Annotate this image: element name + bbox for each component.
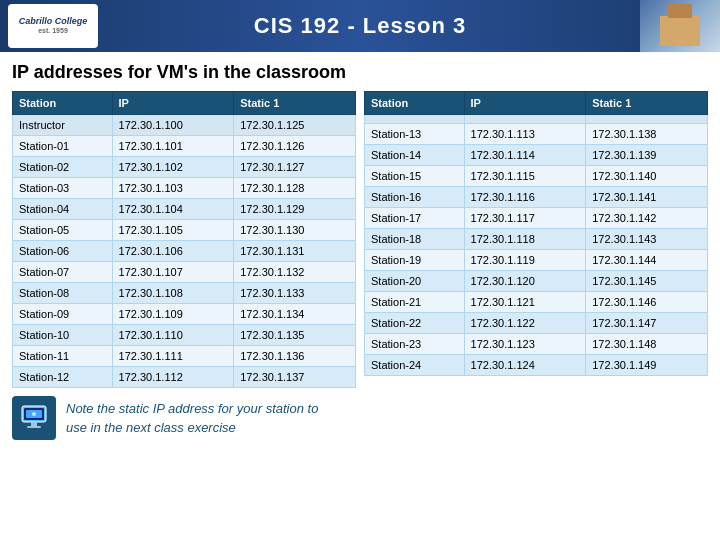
table-cell: 172.30.1.122 — [464, 313, 586, 334]
logo-name: Cabrillo College — [19, 16, 88, 27]
table-cell: 172.30.1.101 — [112, 136, 234, 157]
page-header: Cabrillo College est. 1959 CIS 192 - Les… — [0, 0, 720, 52]
table-row: Station-19172.30.1.119172.30.1.144 — [365, 250, 708, 271]
right-col-static: Static 1 — [586, 92, 708, 115]
left-table-container: Station IP Static 1 Instructor172.30.1.1… — [12, 91, 356, 388]
right-table-header-row: Station IP Static 1 — [365, 92, 708, 115]
table-cell: Station-21 — [365, 292, 465, 313]
table-cell: Station-13 — [365, 124, 465, 145]
table-row: Station-11172.30.1.111172.30.1.136 — [13, 346, 356, 367]
note-line1: Note the static IP address for your stat… — [66, 401, 318, 416]
left-table: Station IP Static 1 Instructor172.30.1.1… — [12, 91, 356, 388]
table-cell: 172.30.1.136 — [234, 346, 356, 367]
table-cell: 172.30.1.103 — [112, 178, 234, 199]
footer-note: Note the static IP address for your stat… — [12, 396, 708, 440]
table-row: Station-14172.30.1.114172.30.1.139 — [365, 145, 708, 166]
table-cell: 172.30.1.135 — [234, 325, 356, 346]
table-row: Station-06172.30.1.106172.30.1.131 — [13, 241, 356, 262]
left-col-station: Station — [13, 92, 113, 115]
table-cell: 172.30.1.102 — [112, 157, 234, 178]
page-title: IP addresses for VM's in the classroom — [12, 62, 708, 83]
table-cell: Station-08 — [13, 283, 113, 304]
svg-point-5 — [32, 412, 36, 416]
table-cell: 172.30.1.149 — [586, 355, 708, 376]
svg-rect-2 — [27, 426, 41, 428]
header-image — [640, 0, 720, 52]
table-row: Station-02172.30.1.102172.30.1.127 — [13, 157, 356, 178]
table-cell — [586, 115, 708, 124]
table-cell: Station-02 — [13, 157, 113, 178]
table-row: Station-08172.30.1.108172.30.1.133 — [13, 283, 356, 304]
college-logo: Cabrillo College est. 1959 — [8, 4, 98, 48]
station-icon-box — [12, 396, 56, 440]
table-row: Station-16172.30.1.116172.30.1.141 — [365, 187, 708, 208]
table-cell: 172.30.1.144 — [586, 250, 708, 271]
left-col-static: Static 1 — [234, 92, 356, 115]
table-cell: 172.30.1.137 — [234, 367, 356, 388]
table-cell: 172.30.1.117 — [464, 208, 586, 229]
right-table: Station IP Static 1 Station-13172.30.1.1… — [364, 91, 708, 376]
left-table-body: Instructor172.30.1.100172.30.1.125Statio… — [13, 115, 356, 388]
table-row: Station-05172.30.1.105172.30.1.130 — [13, 220, 356, 241]
left-table-header-row: Station IP Static 1 — [13, 92, 356, 115]
table-row: Station-17172.30.1.117172.30.1.142 — [365, 208, 708, 229]
table-cell: 172.30.1.112 — [112, 367, 234, 388]
left-col-ip: IP — [112, 92, 234, 115]
table-cell: Station-15 — [365, 166, 465, 187]
table-row: Station-12172.30.1.112172.30.1.137 — [13, 367, 356, 388]
note-line2: use in the next class exercise — [66, 420, 236, 435]
table-cell: 172.30.1.130 — [234, 220, 356, 241]
table-cell: 172.30.1.115 — [464, 166, 586, 187]
monitor-icon — [18, 402, 50, 434]
table-cell: Station-12 — [13, 367, 113, 388]
table-cell: 172.30.1.123 — [464, 334, 586, 355]
note-text: Note the static IP address for your stat… — [66, 399, 318, 438]
table-cell: 172.30.1.113 — [464, 124, 586, 145]
table-cell: Station-06 — [13, 241, 113, 262]
table-cell: 172.30.1.125 — [234, 115, 356, 136]
table-cell: 172.30.1.132 — [234, 262, 356, 283]
table-cell: Station-04 — [13, 199, 113, 220]
table-cell: 172.30.1.143 — [586, 229, 708, 250]
table-cell: Station-23 — [365, 334, 465, 355]
table-row: Station-09172.30.1.109172.30.1.134 — [13, 304, 356, 325]
table-cell: 172.30.1.110 — [112, 325, 234, 346]
table-cell: 172.30.1.111 — [112, 346, 234, 367]
table-row: Station-20172.30.1.120172.30.1.145 — [365, 271, 708, 292]
table-cell: 172.30.1.116 — [464, 187, 586, 208]
building-graphic — [650, 6, 710, 46]
table-row: Station-23172.30.1.123172.30.1.148 — [365, 334, 708, 355]
table-row: Station-10172.30.1.110172.30.1.135 — [13, 325, 356, 346]
table-cell: 172.30.1.129 — [234, 199, 356, 220]
table-cell: 172.30.1.107 — [112, 262, 234, 283]
table-cell: Station-24 — [365, 355, 465, 376]
table-cell: 172.30.1.140 — [586, 166, 708, 187]
table-cell: Station-11 — [13, 346, 113, 367]
table-cell: Station-14 — [365, 145, 465, 166]
right-table-container: Station IP Static 1 Station-13172.30.1.1… — [364, 91, 708, 388]
table-cell: Station-07 — [13, 262, 113, 283]
svg-rect-1 — [31, 422, 37, 426]
table-cell: Station-03 — [13, 178, 113, 199]
table-cell: 172.30.1.108 — [112, 283, 234, 304]
table-cell: 172.30.1.141 — [586, 187, 708, 208]
table-cell: 172.30.1.134 — [234, 304, 356, 325]
table-cell: 172.30.1.124 — [464, 355, 586, 376]
table-row: Station-22172.30.1.122172.30.1.147 — [365, 313, 708, 334]
table-cell: 172.30.1.128 — [234, 178, 356, 199]
table-cell: Station-20 — [365, 271, 465, 292]
table-row: Station-21172.30.1.121172.30.1.146 — [365, 292, 708, 313]
table-cell: 172.30.1.148 — [586, 334, 708, 355]
table-row: Instructor172.30.1.100172.30.1.125 — [13, 115, 356, 136]
table-row: Station-03172.30.1.103172.30.1.128 — [13, 178, 356, 199]
table-cell: 172.30.1.109 — [112, 304, 234, 325]
table-cell: 172.30.1.126 — [234, 136, 356, 157]
table-row: Station-01172.30.1.101172.30.1.126 — [13, 136, 356, 157]
tables-container: Station IP Static 1 Instructor172.30.1.1… — [12, 91, 708, 388]
table-cell: Station-16 — [365, 187, 465, 208]
table-cell: Station-19 — [365, 250, 465, 271]
logo-year: est. 1959 — [38, 27, 68, 35]
table-cell: 172.30.1.114 — [464, 145, 586, 166]
table-cell: 172.30.1.133 — [234, 283, 356, 304]
table-cell: 172.30.1.145 — [586, 271, 708, 292]
